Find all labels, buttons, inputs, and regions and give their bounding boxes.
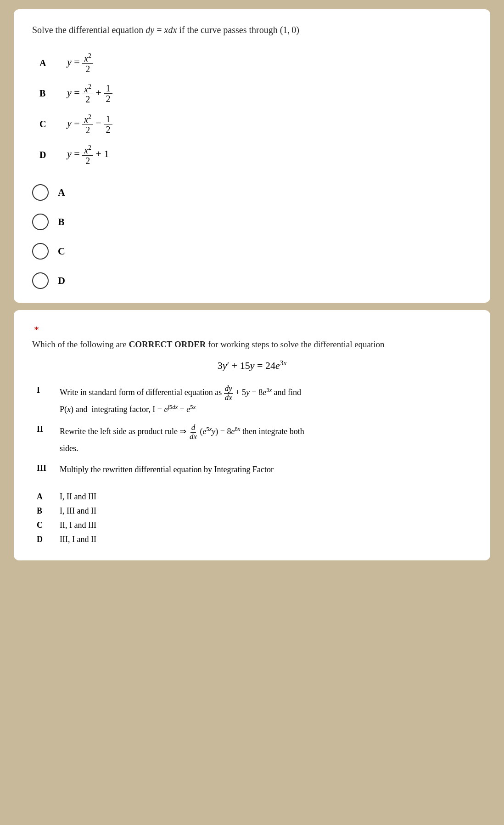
question2-equation: 3y′ + 15y = 24e3x — [32, 359, 472, 372]
option-row-a: A y = x2 2 — [32, 48, 472, 79]
step-label-I: I — [32, 381, 55, 420]
fraction-c2: 1 2 — [104, 114, 112, 135]
answer-row-D: D III, I and II — [32, 532, 472, 547]
answer-text-D: III, I and II — [55, 532, 472, 547]
option-row-d: D y = x2 2 + 1 — [32, 140, 472, 170]
fraction-b1: x2 2 — [82, 83, 93, 105]
question1-card: Solve the differential equation dy = xdx… — [14, 9, 490, 303]
step-row-II: II Rewrite the left side as product rule… — [32, 420, 472, 459]
answer-row-B: B I, III and II — [32, 504, 472, 518]
answer-text-A: I, II and III — [55, 490, 472, 504]
step-label-III: III — [32, 459, 55, 480]
radio-option-a[interactable]: A — [32, 184, 472, 201]
answer-label-C: C — [32, 518, 55, 532]
fraction-a: x2 2 — [82, 52, 93, 74]
answer-row-A: A I, II and III — [32, 490, 472, 504]
option-formula-a: y = x2 2 — [60, 48, 472, 79]
option-formula-b: y = x2 2 + 1 2 — [60, 79, 472, 109]
radio-label-d: D — [58, 275, 65, 287]
radio-label-b: B — [58, 216, 65, 228]
radio-option-c[interactable]: C — [32, 243, 472, 260]
radio-label-a: A — [58, 186, 65, 198]
answers-table: A I, II and III B I, III and II C II, I … — [32, 490, 472, 547]
step-content-I: Write in standard form of differential e… — [55, 381, 472, 420]
option-label-c: C — [32, 109, 60, 140]
option-label-d: D — [32, 140, 60, 170]
answer-row-C: C II, I and III — [32, 518, 472, 532]
option-label-a: A — [32, 48, 60, 79]
step-row-III: III Multiply the rewritten differential … — [32, 459, 472, 480]
option-row-c: C y = x2 2 − 1 2 — [32, 109, 472, 140]
option-formula-d: y = x2 2 + 1 — [60, 140, 472, 170]
radio-circle-b[interactable] — [32, 214, 49, 230]
radio-circle-c[interactable] — [32, 243, 49, 260]
fraction-d: x2 2 — [82, 144, 93, 166]
step-row-I: I Write in standard form of differential… — [32, 381, 472, 420]
option-label-b: B — [32, 79, 60, 109]
question2-intro: Which of the following are CORRECT ORDER… — [32, 338, 472, 351]
d-dx-fraction: d dx — [189, 424, 198, 441]
radio-option-d[interactable]: D — [32, 272, 472, 289]
answer-text-B: I, III and II — [55, 504, 472, 518]
option-row-b: B y = x2 2 + 1 2 — [32, 79, 472, 109]
fraction-c1: x2 2 — [82, 113, 93, 135]
options-table: A y = x2 2 B y = x2 2 + 1 2 — [32, 48, 472, 170]
required-star: * — [32, 324, 472, 336]
steps-table: I Write in standard form of differential… — [32, 381, 472, 480]
step-label-II: II — [32, 420, 55, 459]
answer-text-C: II, I and III — [55, 518, 472, 532]
step-content-III: Multiply the rewritten differential equa… — [55, 459, 472, 480]
option-formula-c: y = x2 2 − 1 2 — [60, 109, 472, 140]
radio-label-c: C — [58, 245, 65, 257]
step-content-II: Rewrite the left side as product rule ⇒ … — [55, 420, 472, 459]
radio-options-group: A B C D — [32, 184, 472, 289]
answer-label-A: A — [32, 490, 55, 504]
answer-label-D: D — [32, 532, 55, 547]
radio-circle-d[interactable] — [32, 272, 49, 289]
question1-text: Solve the differential equation dy = xdx… — [32, 23, 472, 37]
radio-option-b[interactable]: B — [32, 214, 472, 230]
dy-dx-fraction: dy dx — [224, 384, 233, 402]
fraction-b2: 1 2 — [104, 83, 112, 104]
answer-label-B: B — [32, 504, 55, 518]
radio-circle-a[interactable] — [32, 184, 49, 201]
question2-card: * Which of the following are CORRECT ORD… — [14, 310, 490, 560]
